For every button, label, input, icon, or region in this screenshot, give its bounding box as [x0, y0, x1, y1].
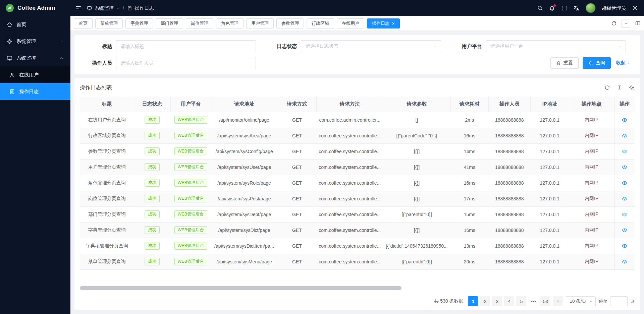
- cell-operator: 18888888888: [488, 206, 530, 222]
- scrollbar-thumb[interactable]: [80, 286, 401, 290]
- page-button-4[interactable]: 4: [504, 296, 514, 306]
- platform-tag: WEB管理后台: [174, 116, 207, 124]
- tab-用户管理[interactable]: 用户管理: [246, 18, 274, 28]
- cell-request-url: /api/system/sysArea/page: [211, 128, 277, 143]
- collapse-filter-button[interactable]: 收起: [616, 60, 631, 66]
- jump-page-input[interactable]: [610, 296, 628, 306]
- tab-参数管理[interactable]: 参数管理: [276, 18, 304, 28]
- refresh-table-button[interactable]: [604, 85, 610, 90]
- view-detail-button[interactable]: [622, 227, 628, 233]
- cell-ip: 127.0.0.1: [530, 159, 569, 175]
- view-detail-button[interactable]: [622, 133, 628, 139]
- cell-request-method: GET: [277, 254, 317, 269]
- document-icon: [9, 89, 15, 95]
- tab-行政区域[interactable]: 行政区域: [307, 18, 334, 28]
- tab-菜单管理[interactable]: 菜单管理: [95, 18, 123, 28]
- menu-label: 系统管理: [16, 38, 36, 45]
- chevron-down-icon[interactable]: [116, 6, 120, 10]
- cell-title: 部门管理分页查询: [80, 206, 134, 222]
- cell-platform: WEB管理后台: [170, 112, 211, 128]
- username[interactable]: 超级管理员: [602, 5, 626, 11]
- chevron-up-icon: [627, 61, 631, 65]
- tab-在线用户[interactable]: 在线用户: [337, 18, 364, 28]
- app-title: Coffee Admin: [17, 5, 55, 11]
- sidebar-item-system-management[interactable]: 系统管理: [0, 33, 70, 50]
- column-header: 用户平台: [170, 97, 211, 112]
- logo-icon: [5, 4, 14, 12]
- refresh-tab-button[interactable]: [611, 20, 617, 26]
- breadcrumb-section[interactable]: 系统监控: [94, 5, 114, 11]
- cell-request-method: GET: [277, 206, 317, 222]
- tab-岗位管理[interactable]: 岗位管理: [186, 18, 213, 28]
- table-row: 字典管理分页查询成功WEB管理后台/api/system/sysDict/pag…: [80, 222, 635, 238]
- cell-request-cost: 17ms: [450, 191, 488, 206]
- platform-filter-select[interactable]: 请选择用户平台: [486, 40, 626, 52]
- sidebar-item-home[interactable]: 首页: [0, 16, 70, 33]
- tab-角色管理[interactable]: 角色管理: [216, 18, 244, 28]
- column-header: 请求地址: [211, 97, 277, 112]
- view-detail-button[interactable]: [622, 164, 628, 170]
- cell-request-cost: 41ms: [450, 159, 488, 175]
- gear-icon: [632, 5, 638, 11]
- notifications-button[interactable]: [549, 5, 555, 11]
- cell-ip: 127.0.0.1: [530, 143, 569, 159]
- search-button[interactable]: 查询: [583, 57, 611, 69]
- page-button-5[interactable]: 5: [516, 296, 526, 306]
- table-row: 参数管理分页查询成功WEB管理后台/api/system/sysConfig/p…: [80, 143, 635, 159]
- reset-button[interactable]: 重置: [550, 57, 579, 69]
- cell-location: 内网IP: [569, 128, 614, 143]
- table-row: 字典项管理分页查询成功WEB管理后台/api/system/sysDictIte…: [80, 238, 635, 254]
- sidebar-item-operation-log[interactable]: 操作日志: [0, 83, 70, 100]
- page-button-3[interactable]: 3: [492, 296, 502, 306]
- tab-操作日志[interactable]: 操作日志×: [367, 18, 400, 28]
- avatar[interactable]: [586, 3, 596, 13]
- row-density-button[interactable]: [617, 85, 622, 90]
- next-page-button[interactable]: [553, 296, 563, 306]
- column-header: 标题: [80, 97, 134, 112]
- view-detail-button[interactable]: [622, 259, 628, 265]
- view-detail-button[interactable]: [622, 180, 628, 186]
- tab-首页[interactable]: 首页: [74, 18, 93, 28]
- column-settings-button[interactable]: [629, 85, 635, 90]
- cell-operator: 18888888888: [488, 222, 530, 238]
- column-header: 操作: [614, 97, 635, 112]
- operator-filter-input[interactable]: [116, 57, 256, 69]
- view-detail-button[interactable]: [622, 211, 628, 217]
- tab-close-icon[interactable]: ×: [392, 21, 395, 26]
- tab-字典管理[interactable]: 字典管理: [125, 18, 153, 28]
- status-tag: 成功: [145, 147, 160, 155]
- cell-status: 成功: [134, 254, 170, 269]
- page-button-2[interactable]: 2: [480, 296, 490, 306]
- view-detail-button[interactable]: [622, 148, 628, 154]
- page-button-1[interactable]: 1: [468, 296, 478, 306]
- eye-icon: [622, 211, 628, 217]
- view-detail-button[interactable]: [622, 196, 628, 202]
- cell-title: 在线用户分页查询: [80, 112, 134, 128]
- cell-ip: 127.0.0.1: [530, 238, 569, 254]
- view-detail-button[interactable]: [622, 243, 628, 249]
- platform-tag: WEB管理后台: [174, 258, 207, 265]
- status-filter-select[interactable]: 请选择日志状态: [301, 40, 441, 52]
- layout-toggle-button[interactable]: [635, 20, 641, 26]
- title-filter-input[interactable]: [116, 40, 256, 52]
- sidebar-item-system-monitor[interactable]: 系统监控: [0, 50, 70, 66]
- settings-button[interactable]: [632, 5, 638, 11]
- tab-actions-dropdown[interactable]: [622, 19, 630, 28]
- cell-request-url: /api/system/sysConfig/page: [211, 143, 277, 159]
- view-detail-button[interactable]: [622, 117, 628, 123]
- sidebar-collapse-button[interactable]: [75, 5, 82, 11]
- page-button-53[interactable]: 53: [540, 296, 550, 306]
- tab-部门管理[interactable]: 部门管理: [156, 18, 183, 28]
- page-size-select[interactable]: 10 条/页: [566, 296, 596, 306]
- cell-actions: [614, 159, 635, 175]
- tab-label: 参数管理: [281, 20, 299, 26]
- language-switch-button[interactable]: [573, 5, 580, 11]
- global-search-button[interactable]: [537, 5, 543, 11]
- sidebar-item-online-users[interactable]: 在线用户: [0, 66, 70, 83]
- app-logo: Coffee Admin: [0, 0, 70, 16]
- cell-title: 岗位管理分页查询: [80, 191, 134, 206]
- fullscreen-button[interactable]: [561, 5, 567, 11]
- cell-platform: WEB管理后台: [170, 143, 211, 159]
- status-tag: 成功: [145, 226, 160, 234]
- cell-operator: 18888888888: [488, 159, 530, 175]
